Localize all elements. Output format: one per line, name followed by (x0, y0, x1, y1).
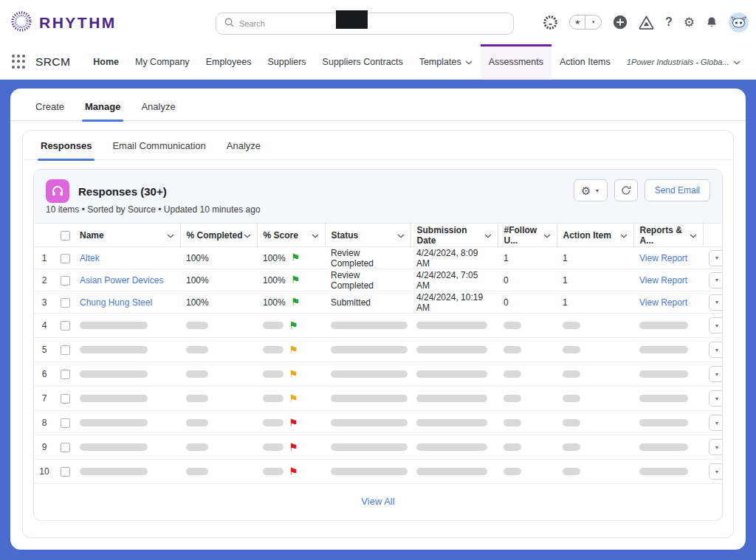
search-icon (224, 17, 234, 30)
refresh-button[interactable] (614, 179, 638, 201)
nav-item-action-items[interactable]: Action Items (551, 44, 619, 80)
add-icon[interactable] (613, 15, 628, 30)
tab-analyze[interactable]: Analyze (131, 101, 185, 120)
row-number: 3 (34, 291, 55, 314)
skeleton-bar (504, 419, 521, 426)
row-menu-button[interactable]: ▼ (709, 390, 723, 407)
view-report-link[interactable]: View Report (639, 297, 687, 308)
help-icon[interactable]: ? (665, 15, 673, 29)
tab-create[interactable]: Create (25, 101, 75, 120)
nav-item-1power-industrials-globa[interactable]: 1Power Industrials - Globa... (619, 44, 749, 80)
nav-item-suppliers-contracts[interactable]: Suppliers Contracts (315, 44, 411, 80)
nav-item-assessments[interactable]: Assessments (481, 44, 551, 80)
view-all-link[interactable]: View All (361, 496, 394, 507)
skeleton-bar (563, 443, 580, 451)
supplier-name-link[interactable]: Altek (80, 253, 100, 263)
supplier-name-link[interactable]: Chung Hung Steel (80, 297, 152, 308)
row-checkbox[interactable] (61, 298, 70, 308)
row-checkbox[interactable] (61, 394, 70, 404)
nav-item-home[interactable]: Home (85, 44, 127, 80)
column-header-reports-a[interactable]: Reports & A... (633, 224, 703, 247)
nav-item-suppliers[interactable]: Suppliers (259, 44, 314, 80)
nav-item-label: My Company (135, 57, 190, 67)
skeleton-bar (80, 443, 148, 451)
skeleton-bar (263, 370, 284, 378)
skeleton-bar (639, 468, 688, 475)
send-email-button[interactable]: Send Email (645, 179, 710, 201)
column-header-submission-date[interactable]: Submission Date (410, 224, 498, 247)
skeleton-row: 10 ▼ (34, 460, 723, 484)
row-checkbox[interactable] (61, 370, 70, 379)
nav-item-more[interactable]: More ▼ (749, 44, 756, 80)
column-header-follow-u[interactable]: #Follow U... (498, 224, 557, 247)
row-number: 6 (34, 362, 55, 387)
assessments-page-card: CreateManageAnalyze ResponsesEmail Commu… (10, 89, 746, 550)
skeleton-bar (563, 370, 580, 378)
refresh-icon (621, 185, 631, 196)
nav-item-my-company[interactable]: My Company (127, 44, 198, 80)
row-menu-button[interactable]: ▼ (709, 366, 723, 382)
row-checkbox[interactable] (61, 276, 70, 286)
skeleton-bar (186, 346, 208, 353)
subtab-email-communication[interactable]: Email Communication (102, 140, 216, 159)
nav-item-templates[interactable]: Templates (411, 44, 481, 80)
app-launcher-icon[interactable] (12, 55, 25, 69)
row-menu-button[interactable]: ▼ (709, 317, 723, 333)
skeleton-bar (263, 419, 284, 426)
skeleton-bar (263, 395, 284, 402)
view-report-link[interactable]: View Report (639, 253, 687, 263)
column-header-action-item[interactable]: Action Item (557, 224, 633, 247)
view-report-link[interactable]: View Report (639, 275, 687, 286)
skeleton-bar (263, 346, 284, 353)
list-settings-button[interactable]: ⚙ ▼ (574, 179, 608, 201)
row-menu-button[interactable]: ▼ (709, 342, 723, 358)
row-checkbox[interactable] (61, 467, 70, 477)
row-menu-button[interactable]: ▼ (709, 439, 723, 455)
skeleton-bar (504, 443, 521, 451)
favorites-pill[interactable]: ★ ▼ (569, 15, 602, 30)
row-checkbox[interactable] (61, 321, 70, 331)
skeleton-row: 9 ▼ (34, 435, 723, 460)
column-header-name[interactable]: Name (74, 224, 180, 247)
row-menu-button[interactable]: ▼ (709, 415, 723, 431)
setup-gear-icon[interactable]: ⚙ (684, 16, 695, 29)
supplier-name-link[interactable]: Asian Power Devices (80, 275, 163, 286)
completed-cell: 100% (180, 291, 257, 314)
flag-icon (289, 369, 298, 380)
select-all-checkbox[interactable] (61, 231, 70, 241)
column-header-completed[interactable]: % Completed (180, 224, 257, 247)
row-number: 5 (34, 338, 55, 362)
row-menu-button[interactable]: ▼ (709, 294, 723, 311)
trailhead-icon[interactable] (639, 15, 654, 30)
subtab-analyze[interactable]: Analyze (216, 140, 271, 159)
row-menu-button[interactable]: ▼ (709, 272, 723, 288)
table-row: 1 Altek 100% 100% Review Completed 4/24/… (34, 247, 723, 269)
einstein-icon[interactable] (543, 15, 558, 30)
nav-item-label: Suppliers Contracts (323, 57, 403, 67)
subtab-responses[interactable]: Responses (30, 140, 102, 159)
flag-icon (289, 393, 298, 404)
row-checkbox[interactable] (61, 443, 70, 452)
nav-item-employees[interactable]: Employees (198, 44, 260, 80)
column-header-status[interactable]: Status (325, 224, 410, 247)
column-header-score[interactable]: % Score (257, 224, 325, 247)
row-menu-button[interactable]: ▼ (709, 463, 723, 480)
notification-bell-icon[interactable] (706, 16, 718, 29)
responses-list-card: Responses (30+) 10 items • Sorted by Sou… (33, 169, 723, 521)
skeleton-bar (416, 395, 487, 402)
panel-actions: ⚙ ▼ Send Email (574, 179, 710, 201)
skeleton-bar (639, 395, 688, 402)
skeleton-bar (416, 346, 487, 353)
completed-cell: 100% (180, 247, 257, 269)
row-checkbox[interactable] (61, 345, 70, 355)
user-avatar[interactable] (729, 13, 749, 32)
tab-manage[interactable]: Manage (75, 101, 131, 120)
row-checkbox[interactable] (61, 418, 70, 428)
score-value: 100% (263, 253, 286, 263)
row-menu-button[interactable]: ▼ (709, 250, 723, 266)
row-checkbox[interactable] (61, 254, 70, 263)
skeleton-bar (263, 468, 284, 475)
column-header-row-actions (703, 224, 723, 247)
chevron-down-icon (397, 230, 405, 241)
responses-headset-icon (46, 179, 69, 203)
